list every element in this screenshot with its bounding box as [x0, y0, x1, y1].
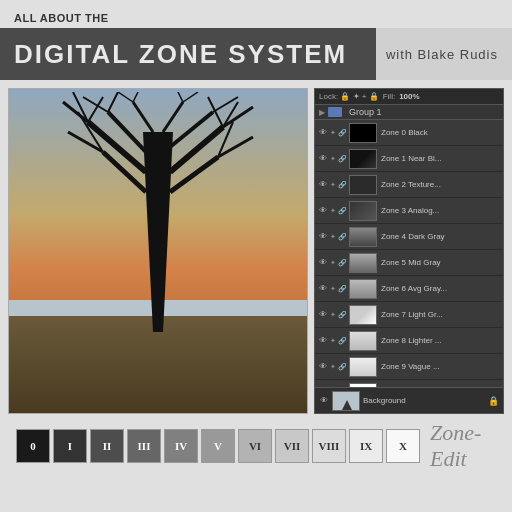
- layer-eye-icon[interactable]: 👁: [318, 154, 328, 163]
- fill-label: Fill:: [383, 92, 395, 101]
- layer-eye-icon[interactable]: 👁: [318, 258, 328, 267]
- zone-box: I: [53, 429, 87, 463]
- layer-edit-icon: ✦: [330, 311, 336, 319]
- zone-box: VI: [238, 429, 272, 463]
- layer-eye-icon[interactable]: 👁: [318, 336, 328, 345]
- layer-link-icon: 🔗: [338, 337, 347, 345]
- layer-eye-icon[interactable]: 👁: [318, 206, 328, 215]
- layer-edit-icon: ✦: [330, 233, 336, 241]
- layer-link-icon: 🔗: [338, 233, 347, 241]
- layer-edit-icon: ✦: [330, 259, 336, 267]
- svg-line-9: [108, 92, 118, 112]
- logo-area: Zone-Edit: [430, 420, 506, 472]
- svg-line-10: [103, 152, 146, 192]
- layer-name: Zone 3 Analog...: [381, 206, 500, 215]
- layer-link-icon: 🔗: [338, 207, 347, 215]
- main-content: Lock: 🔒 ✦ + 🔒 Fill: 100% ▶ Group 1 👁 ✦ 🔗…: [0, 80, 512, 420]
- layer-item[interactable]: 👁 ✦ 🔗 Zone 6 Avg Gray...: [315, 276, 503, 302]
- banner-author: with Blake Rudis: [376, 28, 512, 80]
- zone-box: IX: [349, 429, 383, 463]
- zone-strip: 0IIIIIIIVVVIVIIVIIIIXX: [6, 421, 430, 471]
- logo-part1: Zone: [430, 420, 474, 445]
- layer-eye-icon[interactable]: 👁: [318, 284, 328, 293]
- bg-name: Background: [363, 396, 485, 405]
- layer-link-icon: 🔗: [338, 259, 347, 267]
- zone-box: V: [201, 429, 235, 463]
- layer-item[interactable]: 👁 ✦ 🔗 Zone 10 Pure ...: [315, 380, 503, 387]
- svg-line-25: [163, 102, 183, 132]
- layer-link-icon: 🔗: [338, 285, 347, 293]
- layer-name: Zone 9 Vague ...: [381, 362, 500, 371]
- layer-edit-icon: ✦: [330, 155, 336, 163]
- group-label: Group 1: [349, 107, 382, 117]
- lock-controls: Lock: 🔒 ✦ + 🔒: [319, 92, 379, 101]
- svg-marker-1: [146, 192, 170, 272]
- zone-box: X: [386, 429, 420, 463]
- layer-item[interactable]: 👁 ✦ 🔗 Zone 4 Dark Gray: [315, 224, 503, 250]
- layer-name: Zone 7 Light Gr...: [381, 310, 500, 319]
- layer-name: Zone 8 Lighter ...: [381, 336, 500, 345]
- layer-thumb: [349, 305, 377, 325]
- layers-header: Lock: 🔒 ✦ + 🔒 Fill: 100%: [315, 89, 503, 105]
- layer-name: Zone 6 Avg Gray...: [381, 284, 500, 293]
- logo-dash: -: [474, 420, 481, 445]
- top-bar: ALL ABOUT THE: [0, 0, 512, 28]
- layer-name: Zone 5 Mid Gray: [381, 258, 500, 267]
- background-layer[interactable]: 👁 Background 🔒: [315, 387, 503, 413]
- layer-item[interactable]: 👁 ✦ 🔗 Zone 2 Texture...: [315, 172, 503, 198]
- layer-link-icon: 🔗: [338, 181, 347, 189]
- layer-eye-icon[interactable]: 👁: [318, 310, 328, 319]
- layer-list[interactable]: 👁 ✦ 🔗 Zone 0 Black 👁 ✦ 🔗 Zone 1 Near Bl.…: [315, 120, 503, 387]
- photo-area: [8, 88, 308, 414]
- layer-item[interactable]: 👁 ✦ 🔗 Zone 3 Analog...: [315, 198, 503, 224]
- layer-item[interactable]: 👁 ✦ 🔗 Zone 1 Near Bl...: [315, 146, 503, 172]
- svg-line-22: [133, 102, 153, 132]
- layer-item[interactable]: 👁 ✦ 🔗 Zone 7 Light Gr...: [315, 302, 503, 328]
- layer-edit-icon: ✦: [330, 181, 336, 189]
- svg-line-24: [133, 92, 138, 102]
- layer-thumb: [349, 227, 377, 247]
- bg-eye-icon[interactable]: 👁: [319, 396, 329, 405]
- layer-thumb: [349, 331, 377, 351]
- layer-name: Zone 4 Dark Gray: [381, 232, 500, 241]
- layer-edit-icon: ✦: [330, 207, 336, 215]
- layer-edit-icon: ✦: [330, 337, 336, 345]
- layer-name: Zone 2 Texture...: [381, 180, 500, 189]
- layer-edit-icon: ✦: [330, 129, 336, 137]
- layer-item[interactable]: 👁 ✦ 🔗 Zone 5 Mid Gray: [315, 250, 503, 276]
- zone-box: II: [90, 429, 124, 463]
- subtitle-text: ALL ABOUT THE: [14, 12, 109, 24]
- zone-box: VII: [275, 429, 309, 463]
- layer-thumb: [349, 123, 377, 143]
- layer-thumb: [349, 357, 377, 377]
- layer-thumb: [349, 279, 377, 299]
- layer-eye-icon[interactable]: 👁: [318, 180, 328, 189]
- logo-part2: Edit: [430, 446, 467, 471]
- layer-eye-icon[interactable]: 👁: [318, 362, 328, 371]
- layer-link-icon: 🔗: [338, 129, 347, 137]
- layer-item[interactable]: 👁 ✦ 🔗 Zone 0 Black: [315, 120, 503, 146]
- banner-title: DIGITAL ZONE SYSTEM: [0, 39, 354, 70]
- bottom-area: 0IIIIIIIVVVIVIIVIIIIXX Zone-Edit: [0, 420, 512, 472]
- layer-thumb: [349, 149, 377, 169]
- layer-eye-icon[interactable]: 👁: [318, 232, 328, 241]
- layer-thumb: [349, 201, 377, 221]
- bg-thumb: [332, 391, 360, 411]
- layer-item[interactable]: 👁 ✦ 🔗 Zone 8 Lighter ...: [315, 328, 503, 354]
- svg-line-23: [118, 92, 133, 102]
- svg-marker-0: [150, 272, 166, 332]
- layer-edit-icon: ✦: [330, 363, 336, 371]
- svg-line-27: [178, 92, 183, 102]
- banner: DIGITAL ZONE SYSTEM with Blake Rudis: [0, 28, 512, 80]
- layers-panel: Lock: 🔒 ✦ + 🔒 Fill: 100% ▶ Group 1 👁 ✦ 🔗…: [314, 88, 504, 414]
- svg-line-13: [170, 127, 223, 172]
- layers-toolbar: ▶ Group 1: [315, 105, 503, 120]
- zone-box: 0: [16, 429, 50, 463]
- layer-link-icon: 🔗: [338, 155, 347, 163]
- zone-box: III: [127, 429, 161, 463]
- layer-thumb: [349, 175, 377, 195]
- layer-link-icon: 🔗: [338, 311, 347, 319]
- layer-name: Zone 1 Near Bl...: [381, 154, 500, 163]
- layer-eye-icon[interactable]: 👁: [318, 128, 328, 137]
- layer-item[interactable]: 👁 ✦ 🔗 Zone 9 Vague ...: [315, 354, 503, 380]
